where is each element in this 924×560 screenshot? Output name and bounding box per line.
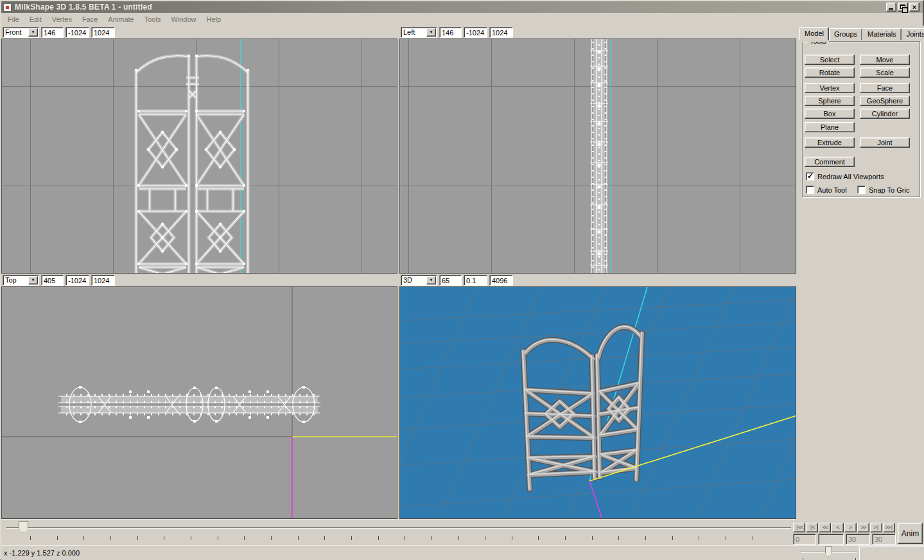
left-viewport-header: Left ▼ 146 -1024 1024 xyxy=(399,26,796,39)
minimize-icon xyxy=(889,8,893,10)
tab-joints[interactable]: Joints xyxy=(902,28,924,40)
chevron-down-icon[interactable]: ▼ xyxy=(426,276,436,284)
tab-groups[interactable]: Groups xyxy=(829,28,862,40)
left-near-field[interactable]: -1024 xyxy=(464,27,487,38)
anim-frame-end-field[interactable]: 30 xyxy=(846,534,870,545)
front-near-field[interactable]: -1024 xyxy=(65,27,89,38)
top-view-mode: Top xyxy=(3,276,28,284)
transport-button[interactable]: |< xyxy=(806,523,818,532)
move-button[interactable]: Move xyxy=(860,55,910,65)
plane-button[interactable]: Plane xyxy=(805,122,855,132)
transport-button[interactable]: |<< xyxy=(793,523,805,532)
3d-far-field[interactable]: 4096 xyxy=(489,275,513,286)
comment-button[interactable]: Comment xyxy=(805,157,855,167)
checkbox-icon[interactable] xyxy=(857,186,866,194)
redraw-all-viewports-checkbox[interactable]: Redraw All Viewports xyxy=(806,172,884,180)
left-zoom-field[interactable]: 146 xyxy=(439,27,462,38)
vertex-button[interactable]: Vertex xyxy=(805,83,855,93)
select-button[interactable]: Select xyxy=(805,55,855,65)
top-viewport-canvas[interactable] xyxy=(1,286,397,519)
top-far-field[interactable]: 1024 xyxy=(91,275,115,286)
milkshape-window: MilkShape 3D 1.8.5 BETA 1 - untitled × F… xyxy=(0,0,924,560)
transport-button[interactable]: >| xyxy=(870,523,882,532)
menu-item[interactable]: Vertex xyxy=(47,13,77,26)
rotate-button[interactable]: Rotate xyxy=(805,67,855,78)
tab-model[interactable]: Model xyxy=(799,27,829,40)
anim-frame-current-field[interactable] xyxy=(818,534,844,545)
front-zoom-field[interactable]: 146 xyxy=(41,27,64,38)
snap-to-grid-checkbox[interactable]: Snap To Gric xyxy=(857,186,909,194)
menu-item[interactable]: Window xyxy=(166,13,201,26)
front-viewport-canvas[interactable] xyxy=(1,39,397,274)
checkbox-label: Auto Tool xyxy=(817,186,847,194)
top-view-select[interactable]: Top ▼ xyxy=(3,275,39,286)
speed-slider-thumb[interactable] xyxy=(825,547,832,557)
transport-button[interactable]: > xyxy=(844,523,857,532)
menu-item[interactable]: Edit xyxy=(24,13,47,26)
menu-item[interactable]: Face xyxy=(77,13,103,26)
front-wireframe-model xyxy=(2,39,397,274)
left-viewport-canvas[interactable] xyxy=(399,39,796,274)
menu-item[interactable]: Animate xyxy=(103,13,139,26)
app-icon xyxy=(3,3,12,12)
face-button[interactable]: Face xyxy=(860,83,910,93)
anim-frame-start-field[interactable]: 0 xyxy=(793,534,816,545)
animation-timeline[interactable] xyxy=(1,519,796,545)
menu-item[interactable]: File xyxy=(3,13,24,26)
transport-button[interactable]: << xyxy=(819,523,831,532)
restore-icon xyxy=(900,4,905,9)
close-icon: × xyxy=(912,4,916,10)
3d-shaded-model xyxy=(400,287,796,519)
checkbox-icon[interactable] xyxy=(806,186,814,194)
tab-materials[interactable]: Materials xyxy=(862,28,902,40)
sphere-button[interactable]: Sphere xyxy=(805,96,855,106)
anim-toggle-button[interactable]: Anim xyxy=(898,523,923,544)
transport-button[interactable]: >> xyxy=(857,523,869,532)
box-button[interactable]: Box xyxy=(805,109,855,119)
front-view-mode: Front xyxy=(3,28,28,36)
extrude-button[interactable]: Extrude xyxy=(805,137,855,148)
transport-button[interactable]: < xyxy=(832,523,844,532)
menu-item[interactable]: Help xyxy=(202,13,227,26)
cylinder-button[interactable]: Cylinder xyxy=(860,109,910,119)
3d-near-field[interactable]: 0.1 xyxy=(464,275,487,286)
3d-view-mode: 3D xyxy=(401,276,426,284)
front-view-select[interactable]: Front ▼ xyxy=(3,27,39,38)
3d-fov-field[interactable]: 65 xyxy=(439,275,462,286)
chevron-down-icon[interactable]: ▼ xyxy=(426,28,436,37)
top-wireframe-model xyxy=(2,287,397,519)
front-viewport-header: Front ▼ 146 -1024 1024 xyxy=(1,26,397,39)
left-view-select[interactable]: Left ▼ xyxy=(401,27,437,38)
anim-transport-controls: |<<|<<<<>>>>|>>| xyxy=(793,523,895,532)
top-zoom-field[interactable]: 405 xyxy=(41,275,64,286)
auto-tool-checkbox[interactable]: Auto Tool xyxy=(806,186,847,194)
z-axis-line xyxy=(589,481,602,519)
chevron-down-icon[interactable]: ▼ xyxy=(28,276,38,284)
coordinates-readout: x -1.229 y 1.527 z 0.000 xyxy=(4,549,80,557)
restore-button[interactable] xyxy=(898,3,908,12)
joint-button[interactable]: Joint xyxy=(860,137,910,148)
checkbox-icon[interactable] xyxy=(806,172,814,180)
3d-viewport-canvas[interactable] xyxy=(399,286,796,519)
scale-button[interactable]: Scale xyxy=(860,67,910,78)
side-panel: Model Groups Materials Joints Tools Sele… xyxy=(797,26,924,560)
anim-total-frames-field[interactable]: 30 xyxy=(872,534,896,545)
3d-view-select[interactable]: 3D ▼ xyxy=(401,275,437,286)
menu-item[interactable]: Tools xyxy=(139,13,166,26)
front-far-field[interactable]: 1024 xyxy=(91,27,115,38)
chevron-down-icon[interactable]: ▼ xyxy=(28,28,38,37)
transport-button[interactable]: >>| xyxy=(883,523,895,532)
menu-bar: FileEditVertexFaceAnimateToolsWindowHelp xyxy=(1,13,923,26)
top-viewport-header: Top ▼ 405 -1024 1024 xyxy=(1,274,397,286)
top-near-field[interactable]: -1024 xyxy=(65,275,89,286)
minimize-button[interactable] xyxy=(886,3,896,12)
status-corner-panel xyxy=(859,547,924,560)
left-far-field[interactable]: 1024 xyxy=(489,27,513,38)
close-button[interactable]: × xyxy=(909,3,920,12)
status-bar: x -1.229 y 1.527 z 0.000 xyxy=(1,545,924,560)
timeline-track[interactable] xyxy=(6,527,791,529)
panel-tabs: Model Groups Materials Joints xyxy=(799,27,924,40)
timeline-thumb[interactable] xyxy=(19,521,28,533)
geosphere-button[interactable]: GeoSphere xyxy=(860,96,910,106)
checkbox-label: Snap To Gric xyxy=(869,186,909,194)
